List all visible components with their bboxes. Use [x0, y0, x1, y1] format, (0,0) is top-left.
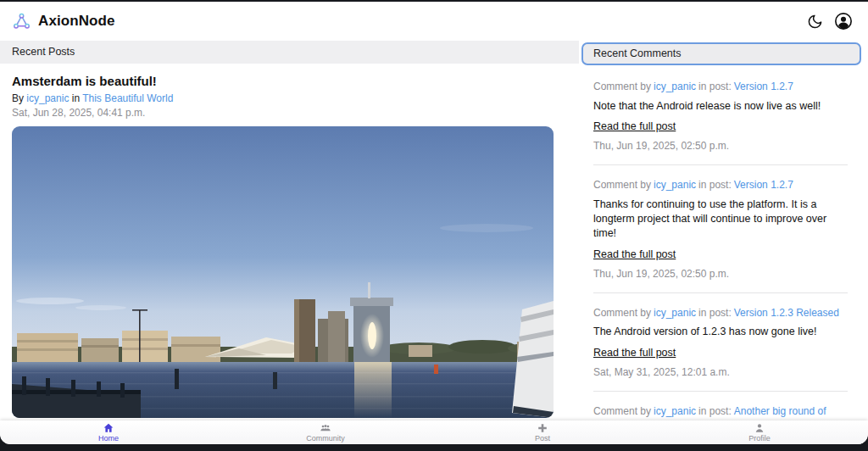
- comment-post-link[interactable]: Version 1.2.3 Released: [734, 307, 839, 319]
- nav-item-post[interactable]: Post: [434, 420, 651, 444]
- comment-prefix: Comment by: [593, 81, 651, 92]
- nav-item-community[interactable]: Community: [217, 420, 434, 444]
- dark-mode-toggle[interactable]: [804, 10, 826, 32]
- plus-icon: [537, 422, 548, 434]
- post-image[interactable]: [12, 126, 554, 418]
- comments-list: Comment byicy_panicin post:Version 1.2.7…: [581, 65, 861, 444]
- comment-prefix: Comment by: [593, 179, 651, 191]
- post-author-link[interactable]: icy_panic: [26, 92, 69, 104]
- comment-divider: [593, 292, 848, 293]
- recent-comments-panel: Recent Comments Comment byicy_panicin po…: [579, 41, 868, 444]
- home-icon: [103, 422, 114, 434]
- read-full-post-link[interactable]: Read the full post: [593, 248, 676, 260]
- nav-item-profile[interactable]: Profile: [651, 420, 868, 444]
- bottom-navigation: Home Community Post P: [0, 420, 868, 444]
- nav-label: Profile: [748, 435, 771, 443]
- nav-label: Post: [535, 435, 550, 443]
- comment-meta: Comment byicy_panicin post:Version 1.2.7: [593, 178, 848, 192]
- comment-divider: [593, 164, 848, 165]
- comment-item: Comment byicy_panicin post:Version 1.2.7…: [593, 80, 848, 165]
- comment-meta: Comment byicy_panicin post:Version 1.2.7: [593, 80, 848, 94]
- comment-prefix: Comment by: [593, 307, 651, 319]
- by-label: By: [12, 92, 24, 104]
- app-header: AxionNode: [0, 2, 868, 41]
- read-full-post-link[interactable]: Read the full post: [593, 120, 676, 132]
- nav-label: Community: [306, 435, 345, 443]
- comment-timestamp: Thu, Jun 19, 2025, 02:50 p.m.: [593, 268, 848, 280]
- comment-item: Comment byicy_panicin post:Version 1.2.7…: [593, 178, 848, 292]
- person-circle-icon: [834, 12, 853, 31]
- app-window: AxionNode Recent Posts Am: [0, 2, 868, 444]
- post-timestamp: Sat, Jun 28, 2025, 04:41 p.m.: [12, 107, 579, 119]
- main-content: Recent Posts Amsterdam is beautiful! By …: [0, 41, 868, 444]
- recent-posts-panel: Recent Posts Amsterdam is beautiful! By …: [0, 41, 579, 418]
- comment-post-link[interactable]: Version 1.2.7: [734, 81, 793, 92]
- comment-author-link[interactable]: icy_panic: [654, 307, 696, 319]
- comment-connector: in post:: [698, 307, 732, 319]
- comment-body: The Android version of 1.2.3 has now gon…: [593, 325, 848, 339]
- comment-connector: in post:: [698, 405, 732, 417]
- comment-body: Thanks for continuing to use the platfor…: [593, 198, 848, 241]
- app-title: AxionNode: [38, 13, 115, 30]
- comment-timestamp: Thu, Jun 19, 2025, 02:50 p.m.: [593, 140, 848, 152]
- profile-icon: [754, 422, 765, 434]
- recent-posts-header: Recent Posts: [0, 41, 579, 64]
- axionnode-logo-icon: [12, 12, 31, 31]
- comment-prefix: Comment by: [593, 405, 651, 417]
- comment-author-link[interactable]: icy_panic: [654, 81, 696, 92]
- comment-author-link[interactable]: icy_panic: [654, 405, 696, 417]
- post-byline: By icy_panic in This Beautiful World: [12, 92, 579, 104]
- read-full-post-link[interactable]: Read the full post: [593, 347, 676, 359]
- post-card: Amsterdam is beautiful! By icy_panic in …: [0, 64, 579, 418]
- community-icon: [320, 422, 331, 434]
- comment-item: Comment byicy_panicin post:Version 1.2.3…: [593, 306, 848, 392]
- recent-comments-header: Recent Comments: [581, 42, 861, 65]
- in-label: in: [72, 92, 80, 104]
- post-title[interactable]: Amsterdam is beautiful!: [12, 74, 579, 88]
- profile-menu-button[interactable]: [832, 10, 854, 32]
- nav-label: Home: [98, 435, 119, 443]
- comment-timestamp: Sat, May 31, 2025, 12:01 a.m.: [593, 366, 848, 378]
- comment-body: Note that the Android release is now liv…: [593, 99, 848, 114]
- moon-icon: [807, 14, 823, 30]
- nav-item-home[interactable]: Home: [0, 420, 217, 444]
- post-community-link[interactable]: This Beautiful World: [82, 92, 173, 104]
- comment-divider: [593, 391, 848, 392]
- comment-connector: in post:: [698, 81, 732, 92]
- comment-connector: in post:: [698, 179, 732, 191]
- comment-author-link[interactable]: icy_panic: [654, 179, 696, 191]
- comment-meta: Comment byicy_panicin post:Version 1.2.3…: [593, 306, 848, 320]
- comment-post-link[interactable]: Version 1.2.7: [734, 179, 793, 191]
